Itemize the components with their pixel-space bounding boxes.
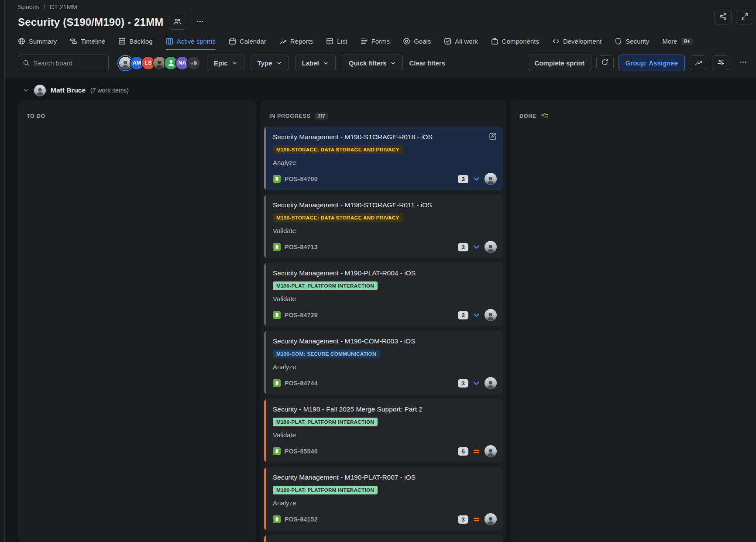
story-points-badge: 3 [458,515,468,524]
title-row: Security (S190/M190) - 21MM [18,14,749,31]
tab-components[interactable]: Components [491,38,539,50]
story-points-badge: 3 [458,243,468,251]
breadcrumb: Spaces / CT 21MM [18,3,749,10]
left-panel-edge [0,0,5,542]
issue-title: Security - M190 - Fall 2025 Merge Suppor… [273,405,497,414]
issue-status: Analyze [273,499,497,507]
column-to-do: TO DO [18,100,256,542]
swimlane-header[interactable]: Matt Bruce (7 work items) [18,78,129,100]
issue-key: POS-84700 [285,175,318,182]
chevron-down-icon [323,60,329,66]
complete-sprint-button[interactable]: Complete sprint [528,55,591,71]
breadcrumb-spaces[interactable]: Spaces [18,3,39,10]
filter-avatar-9[interactable]: +9 [186,56,201,70]
ellipsis-icon [739,58,747,67]
board: Matt Bruce (7 work items) TO DO IN PROGR… [5,78,756,542]
chart-line-icon [695,58,702,67]
tab-reports[interactable]: Reports [279,38,313,50]
search-input[interactable] [33,59,104,67]
chevron-down-icon [232,60,237,66]
issue-card[interactable]: Security Management - M190-STORAGE-R011 … [264,195,503,258]
story-type-icon [273,311,281,319]
tab-calendar[interactable]: Calendar [229,38,266,50]
share-button[interactable] [714,10,732,24]
issue-card[interactable] [264,535,503,542]
issue-key: POS-85540 [285,448,318,455]
issue-card[interactable]: Security Management - M190-COM-R003 - iO… [264,331,503,394]
issue-card[interactable]: Security - M190 - Fall 2025 Merge Suppor… [264,399,503,463]
expand-icon [741,13,749,21]
group-by-button[interactable]: Group: Assignee [619,55,685,71]
swimlane-count: (7 work items) [90,87,129,94]
page-header: Spaces / CT 21MM Security (S190/M190) - … [0,0,756,50]
ellipsis-icon [196,18,204,27]
issue-title: Security Management - M190-PLAT-R007 - i… [273,473,497,482]
forms-icon [361,38,368,45]
quick-filters-dropdown[interactable]: Quick filters [342,55,403,71]
components-icon [491,38,498,45]
tab-active-sprints[interactable]: Active sprints [166,38,216,50]
shield-icon [615,38,622,45]
assignee-avatar [485,173,497,185]
story-points-badge: 3 [458,311,468,319]
issue-card[interactable]: Security Management - M190-STORAGE-R018 … [264,127,503,190]
epic-dropdown[interactable]: Epic [207,55,244,71]
collapse-chevron-icon[interactable] [23,87,29,93]
board-actions: Complete sprint Group: Assignee [528,55,752,71]
story-type-icon [273,243,281,251]
team-button[interactable] [169,15,186,30]
refresh-icon [601,58,608,67]
tab-security[interactable]: Security [615,38,649,50]
search-box [18,55,109,71]
issue-key: POS-84744 [285,380,318,387]
label-dropdown[interactable]: Label [295,55,336,71]
development-icon [552,38,560,45]
globe-icon [18,38,25,45]
tab-development[interactable]: Development [552,38,601,50]
tab-more[interactable]: More 9+ [663,38,693,50]
column-done: DONE [511,100,756,542]
chevron-down-icon [390,60,396,66]
medium-priority-icon [472,515,481,524]
column-in-progress: IN PROGRESS 7/7 Security Management - M1… [261,100,506,542]
insights-button[interactable] [690,55,707,70]
breadcrumb-project[interactable]: CT 21MM [49,3,77,10]
tab-all-work[interactable]: All work [444,38,478,50]
page-title: Security (S190/M190) - 21MM [18,16,164,28]
tab-forms[interactable]: Forms [361,38,390,50]
refresh-button[interactable] [596,55,614,70]
minor-priority-icon [472,379,481,388]
filter-dropdowns: Epic Type Label Quick filters [207,55,403,71]
tab-list[interactable]: List [326,38,347,50]
issue-card[interactable]: Security Management - M190-PLAT-R004 - i… [264,263,503,326]
clear-filters-button[interactable]: Clear filters [409,59,445,67]
minor-priority-icon [472,243,481,251]
column-title: IN PROGRESS [269,113,311,119]
story-points-badge: 3 [458,175,468,183]
header-more-button[interactable] [192,15,209,30]
story-points-badge: 5 [458,447,468,456]
issue-card[interactable]: Security Management - M190-PLAT-R007 - i… [264,467,503,531]
tab-goals[interactable]: Goals [403,38,431,50]
tab-timeline[interactable]: Timeline [70,38,105,50]
type-dropdown[interactable]: Type [251,55,289,71]
edit-icon [489,132,497,140]
tab-summary[interactable]: Summary [18,38,57,50]
issue-title: Security Management - M190-PLAT-R004 - i… [273,268,497,278]
table-icon [326,38,333,45]
issue-status: Analyze [273,159,497,166]
board-icon [166,38,173,45]
done-checklist-icon [541,113,548,120]
story-type-icon [273,175,281,183]
story-type-icon [273,515,281,523]
assignee-avatar [485,445,497,457]
people-icon [174,18,181,27]
view-settings-button[interactable] [712,55,729,70]
tab-more-count-badge: 9+ [681,38,693,45]
expand-button[interactable] [736,10,753,24]
issue-status: Validate [273,227,497,234]
tab-backlog[interactable]: Backlog [118,38,152,50]
swimlane-avatar [34,85,46,96]
board-more-button[interactable] [734,55,752,70]
edit-summary-button[interactable] [489,132,497,140]
